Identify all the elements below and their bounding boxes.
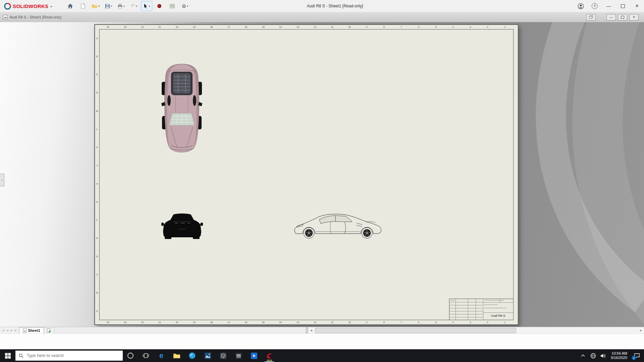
undo-button[interactable]: ↶ ▾: [128, 1, 140, 11]
zone-number-label: 4: [444, 321, 462, 323]
appearance-sphere-icon: [157, 4, 162, 8]
zone-number-label: 21: [151, 26, 168, 28]
movies-tv-button[interactable]: [246, 349, 262, 362]
task-view-icon: [143, 352, 149, 359]
photos-button[interactable]: [200, 349, 215, 362]
print-dropdown-icon[interactable]: ▾: [123, 5, 125, 8]
new-document-button[interactable]: [77, 1, 89, 11]
panel-collapse-icon: ‹: [1, 178, 2, 182]
zone-number-label: 21: [151, 321, 168, 323]
print-button[interactable]: ▾: [115, 1, 127, 11]
cortana-icon: [127, 352, 134, 359]
select-tool-button[interactable]: ▾: [141, 1, 152, 11]
task-view-button[interactable]: [138, 349, 154, 362]
zone-number-label: 7: [393, 321, 410, 323]
zone-number-label: 10: [341, 321, 358, 323]
first-sheet-button[interactable]: ◀: [2, 329, 5, 332]
maximize-button[interactable]: [616, 0, 630, 12]
scroll-left-button[interactable]: ◀: [308, 327, 314, 334]
cascade-windows-button[interactable]: [586, 14, 596, 20]
last-sheet-button[interactable]: ▶: [14, 329, 17, 332]
appearance-button[interactable]: [154, 1, 165, 11]
title-block-part-name: Audi R8 S: [483, 314, 513, 317]
volume-button[interactable]: [598, 349, 608, 362]
horizontal-scrollbar[interactable]: ◀ ▶: [308, 327, 644, 334]
table-button[interactable]: [166, 1, 178, 11]
window-title: Audi R8 S - Sheet1 [Read-only]: [307, 0, 363, 12]
cortana-button[interactable]: [123, 349, 138, 362]
doc-restore-button[interactable]: [618, 14, 627, 20]
zone-number-label: 18: [203, 26, 220, 28]
zone-number-label: 13: [289, 321, 306, 323]
zone-number-label: 20: [168, 26, 185, 28]
titlebar: SOLIDWORKS ▸ ▾: [0, 0, 644, 12]
select-dropdown-icon[interactable]: ▾: [149, 5, 150, 8]
graphics-area[interactable]: ‹ 24232221201918171615141312111098765432…: [0, 22, 644, 327]
undo-icon: ↶: [131, 3, 135, 9]
drawing-view-side[interactable]: [291, 212, 385, 241]
select-cursor-icon: [143, 3, 148, 9]
doc-minimize-button[interactable]: —: [606, 14, 616, 20]
zone-number-label: 14: [272, 321, 289, 323]
home-button[interactable]: [64, 1, 76, 11]
options-dropdown-icon[interactable]: ▾: [187, 5, 188, 8]
previous-sheet-button[interactable]: ◀: [6, 329, 9, 332]
edge-button[interactable]: e: [154, 349, 169, 362]
next-sheet-button[interactable]: ▶: [10, 329, 13, 332]
zone-number-label: 3: [462, 321, 479, 323]
start-button[interactable]: [0, 349, 15, 362]
tab-sheet1[interactable]: Sheet1: [19, 327, 44, 334]
brand-name: SOLIDWORKS: [13, 3, 48, 9]
document-window-controls: — ×: [586, 14, 639, 20]
drawing-view-top[interactable]: [161, 63, 203, 153]
titlebar-controls: ? — ×: [574, 0, 644, 12]
undo-dropdown-icon[interactable]: ▾: [136, 5, 137, 8]
close-button[interactable]: ×: [630, 0, 644, 12]
drawing-view-front[interactable]: [161, 213, 203, 240]
speaker-icon: [600, 353, 606, 358]
notifications-button[interactable]: 2: [630, 349, 644, 362]
zone-number-label: 16: [237, 321, 255, 323]
menu-flyout-arrow-icon[interactable]: ▸: [51, 4, 52, 8]
add-sheet-tab[interactable]: [44, 327, 54, 334]
zone-number-label: 11: [324, 321, 341, 323]
maximize-icon: [621, 4, 625, 8]
save-dropdown-icon[interactable]: ▾: [111, 5, 112, 8]
tab-scrollbar-splitter[interactable]: [306, 327, 308, 334]
print-icon: [117, 4, 123, 9]
solidworks-taskbar-button[interactable]: 2020: [262, 349, 277, 362]
scroll-right-button[interactable]: ▶: [638, 327, 644, 334]
browser-button[interactable]: [184, 349, 200, 362]
scrollbar-thumb[interactable]: [315, 328, 516, 333]
featuremanager-collapsed-tab[interactable]: ‹: [0, 174, 4, 186]
zone-number-label: 9: [358, 321, 375, 323]
3d-app-button[interactable]: [215, 349, 231, 362]
zone-letter-label: P: [95, 66, 99, 84]
drawing-sheet[interactable]: 242322212019181716151413121110987654321 …: [95, 24, 518, 325]
zone-number-label: 2: [479, 26, 496, 28]
network-globe-icon: [590, 353, 596, 359]
search-input[interactable]: [26, 353, 119, 358]
options-button[interactable]: ⚙ ▾: [179, 1, 191, 11]
open-button[interactable]: ▾: [90, 1, 101, 11]
minimize-button[interactable]: —: [602, 0, 616, 12]
tray-chevron-button[interactable]: [578, 349, 588, 362]
zone-number-label: 6: [410, 26, 427, 28]
zone-letter-label: L: [95, 120, 99, 138]
taskbar-clock[interactable]: 10:56 AM 9/16/2020: [608, 351, 630, 360]
cascade-windows-icon: [589, 15, 593, 19]
open-dropdown-icon[interactable]: ▾: [98, 5, 100, 8]
notification-badge: 2: [632, 356, 636, 360]
account-button[interactable]: [574, 0, 588, 12]
taskbar-search[interactable]: [15, 351, 123, 361]
file-explorer-button[interactable]: [169, 349, 184, 362]
media-app-button[interactable]: [231, 349, 246, 362]
chevron-up-icon: [581, 354, 585, 357]
network-button[interactable]: [588, 349, 598, 362]
browser-icon: [189, 352, 196, 359]
save-button[interactable]: ▾: [103, 1, 114, 11]
sheet-tab-region: ◀ ◀ ▶ ▶ Sheet1: [0, 327, 306, 334]
scrollbar-track[interactable]: [314, 327, 638, 334]
doc-close-button[interactable]: ×: [629, 14, 639, 20]
help-button[interactable]: ?: [588, 0, 602, 12]
